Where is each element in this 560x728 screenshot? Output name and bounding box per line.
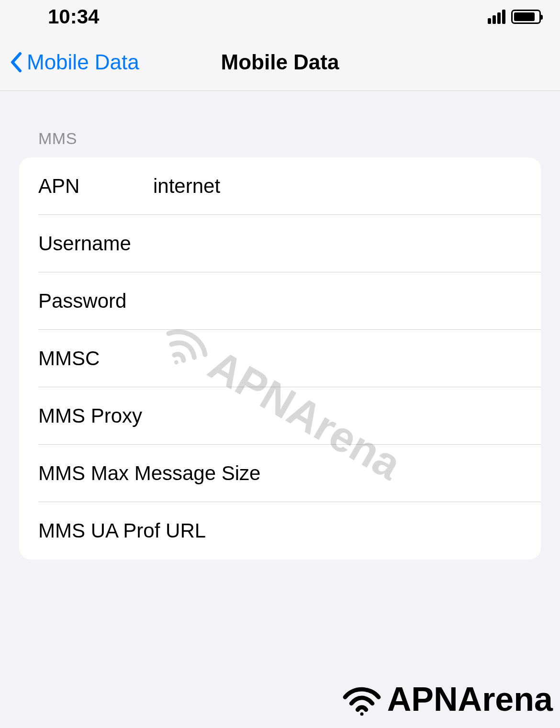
password-row[interactable]: Password [19,272,541,330]
watermark-bottom: APNArena [340,680,553,718]
mmsc-row[interactable]: MMSC [19,330,541,387]
apn-label: APN [38,175,153,198]
username-input[interactable] [153,232,522,255]
svg-point-1 [360,712,363,716]
page-title: Mobile Data [221,50,339,74]
mms-proxy-row[interactable]: MMS Proxy [19,387,541,445]
navigation-bar: Mobile Data Mobile Data [0,34,560,91]
section-header-mms: MMS [0,91,560,157]
username-label: Username [38,232,153,255]
mms-max-size-label: MMS Max Message Size [38,462,522,485]
mms-max-size-row[interactable]: MMS Max Message Size [19,445,541,502]
chevron-left-icon [10,52,23,73]
mmsc-label: MMSC [38,347,153,370]
battery-icon [511,10,541,24]
mms-ua-prof-row[interactable]: MMS UA Prof URL [19,502,541,560]
watermark-text: APNArena [387,680,553,718]
apn-input[interactable] [153,175,522,198]
mms-ua-prof-label: MMS UA Prof URL [38,519,522,542]
status-time: 10:34 [48,5,99,28]
password-input[interactable] [153,290,522,313]
password-label: Password [38,290,153,313]
back-label: Mobile Data [27,50,139,74]
status-bar: 10:34 [0,0,560,34]
username-row[interactable]: Username [19,215,541,272]
back-button[interactable]: Mobile Data [10,50,139,74]
mmsc-input[interactable] [153,347,522,370]
mms-settings-group: APN Username Password MMSC MMS Proxy MMS… [19,157,541,560]
mms-proxy-label: MMS Proxy [38,404,522,427]
wifi-icon [340,683,383,716]
status-indicators [488,10,541,24]
apn-row[interactable]: APN [19,157,541,215]
cellular-signal-icon [488,10,505,24]
